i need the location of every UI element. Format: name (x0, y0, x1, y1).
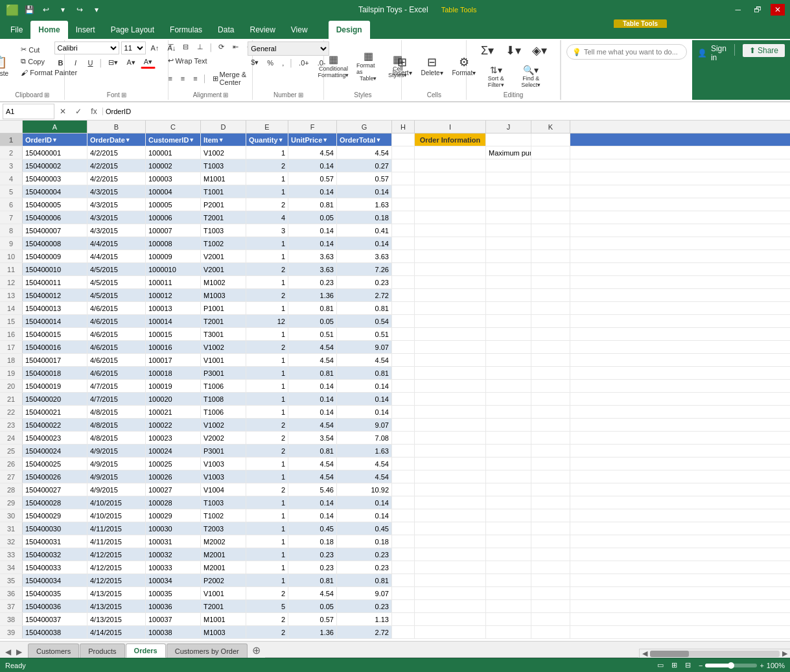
header-unitprice[interactable]: UnitPrice ▼ (288, 133, 337, 146)
cell-r10-c1[interactable]: 4/4/2015 (87, 250, 146, 262)
cell-r12-c7[interactable] (392, 276, 415, 288)
cell-r37-c6[interactable]: 0.23 (337, 600, 392, 612)
cell-r6-c9[interactable] (486, 198, 531, 211)
add-sheet-button[interactable]: ⊕ (248, 643, 264, 658)
cell-r25-c4[interactable]: 2 (246, 445, 288, 457)
cell-r16-c2[interactable]: 100015 (146, 328, 201, 340)
share-button[interactable]: ⬆ Share (743, 44, 785, 57)
cell-r14-c2[interactable]: 100013 (146, 302, 201, 314)
cell-r29-c3[interactable]: T1003 (201, 496, 246, 509)
cell-r11-c5[interactable]: 3.63 (288, 263, 337, 275)
cell-r19-c10[interactable] (531, 367, 570, 379)
cell-r33-c5[interactable]: 0.23 (288, 548, 337, 561)
cell-r16-c1[interactable]: 4/6/2015 (87, 328, 146, 340)
col-header-E[interactable]: E (246, 121, 288, 133)
cell-r13-c10[interactable] (531, 289, 570, 301)
cell-r5-c7[interactable] (392, 185, 415, 198)
cell-r36-c9[interactable] (486, 587, 531, 599)
cell-r19-c7[interactable] (392, 367, 415, 379)
cell-r12-c9[interactable] (486, 276, 531, 288)
cell-r35-c2[interactable]: 100034 (146, 574, 201, 586)
cell-r24-c10[interactable] (531, 432, 570, 444)
cell-r22-c5[interactable]: 0.14 (288, 406, 337, 418)
cell-r26-c9[interactable] (486, 458, 531, 470)
cell-r17-c1[interactable]: 4/6/2015 (87, 341, 146, 353)
tab-review[interactable]: Review (242, 21, 283, 39)
cell-r14-c0[interactable]: 150400013 (23, 302, 87, 314)
cell-r33-c0[interactable]: 150400032 (23, 548, 87, 561)
cell-r7-c8[interactable] (415, 211, 486, 224)
align-left-button[interactable]: ≡ (165, 73, 175, 84)
cell-r30-c5[interactable]: 0.14 (288, 509, 337, 522)
cell-r8-c0[interactable]: 150400007 (23, 224, 87, 237)
cell-r30-c2[interactable]: 100029 (146, 509, 201, 522)
cell-r32-c4[interactable]: 1 (246, 535, 288, 548)
cell-r38-c10[interactable] (531, 613, 570, 625)
cell-r12-c10[interactable] (531, 276, 570, 288)
minimize-button[interactable]: ─ (731, 4, 745, 16)
cell-r18-c7[interactable] (392, 354, 415, 366)
cell-r15-c3[interactable]: T2001 (201, 315, 246, 327)
cell-r24-c0[interactable]: 150400023 (23, 432, 87, 444)
undo-dropdown[interactable]: ▾ (56, 3, 70, 17)
cell-r29-c8[interactable] (415, 496, 486, 509)
cell-r27-c0[interactable]: 150400026 (23, 470, 87, 483)
cell-r37-c0[interactable]: 150400036 (23, 600, 87, 612)
cell-r39-c8[interactable] (415, 626, 486, 638)
cell-r4-c5[interactable]: 0.57 (288, 172, 337, 185)
cell-r35-c8[interactable] (415, 574, 486, 586)
cell-r13-c4[interactable]: 2 (246, 289, 288, 301)
cell-r18-c2[interactable]: 100017 (146, 354, 201, 366)
cell-r2-c10[interactable] (531, 146, 570, 159)
cell-r37-c1[interactable]: 4/13/2015 (87, 600, 146, 612)
col-header-A[interactable]: A (23, 121, 87, 133)
cell-r17-c3[interactable]: V1002 (201, 341, 246, 353)
cell-r39-c6[interactable]: 2.72 (337, 626, 392, 638)
cell-r29-c6[interactable]: 0.14 (337, 496, 392, 509)
cell-r9-c7[interactable] (392, 237, 415, 249)
cell-r30-c1[interactable]: 4/10/2015 (87, 509, 146, 522)
cell-r19-c2[interactable]: 100018 (146, 367, 201, 379)
cell-r21-c4[interactable]: 1 (246, 393, 288, 405)
cell-r8-c1[interactable]: 4/3/2015 (87, 224, 146, 237)
cell-r23-c6[interactable]: 9.07 (337, 419, 392, 431)
cell-r20-c6[interactable]: 0.14 (337, 380, 392, 392)
cell-r14-c4[interactable]: 1 (246, 302, 288, 314)
cell-r26-c7[interactable] (392, 458, 415, 470)
cell-r28-c0[interactable]: 150400027 (23, 483, 87, 496)
cell-r11-c10[interactable] (531, 263, 570, 275)
cell-r28-c7[interactable] (392, 483, 415, 496)
cell-r30-c10[interactable] (531, 509, 570, 522)
cell-r37-c5[interactable]: 0.05 (288, 600, 337, 612)
scroll-tabs-left[interactable]: ◀ (3, 646, 14, 658)
cell-r34-c3[interactable]: M2001 (201, 561, 246, 574)
tab-page-layout[interactable]: Page Layout (103, 21, 162, 39)
cell-r4-c8[interactable] (415, 172, 486, 185)
cell-r33-c3[interactable]: M2001 (201, 548, 246, 561)
find-select-button[interactable]: 🔍▾ Find &Select▾ (515, 63, 547, 90)
cell-r22-c2[interactable]: 100021 (146, 406, 201, 418)
sign-in-button[interactable]: 👤 Sign in (697, 44, 726, 62)
cell-r37-c4[interactable]: 5 (246, 600, 288, 612)
cell-r37-c7[interactable] (392, 600, 415, 612)
cell-r22-c1[interactable]: 4/8/2015 (87, 406, 146, 418)
cell-r37-c3[interactable]: T2001 (201, 600, 246, 612)
cell-r13-c6[interactable]: 2.72 (337, 289, 392, 301)
cell-r22-c9[interactable] (486, 406, 531, 418)
cell-r27-c2[interactable]: 100026 (146, 470, 201, 483)
fill-button[interactable]: ⬇▾ (502, 41, 525, 60)
cell-r10-c7[interactable] (392, 250, 415, 262)
cell-r14-c5[interactable]: 0.81 (288, 302, 337, 314)
text-direction-button[interactable]: ⟳ (215, 41, 227, 52)
cell-r13-c9[interactable] (486, 289, 531, 301)
cell-r19-c6[interactable]: 0.81 (337, 367, 392, 379)
borders-button[interactable]: ⊟▾ (105, 57, 121, 68)
cell-r21-c1[interactable]: 4/7/2015 (87, 393, 146, 405)
cell-r22-c8[interactable] (415, 406, 486, 418)
cell-r23-c10[interactable] (531, 419, 570, 431)
cell-r33-c4[interactable]: 1 (246, 548, 288, 561)
cell-r16-c0[interactable]: 150400015 (23, 328, 87, 340)
cell-r26-c2[interactable]: 100025 (146, 458, 201, 470)
cell-r22-c4[interactable]: 1 (246, 406, 288, 418)
cell-r39-c3[interactable]: M1003 (201, 626, 246, 638)
